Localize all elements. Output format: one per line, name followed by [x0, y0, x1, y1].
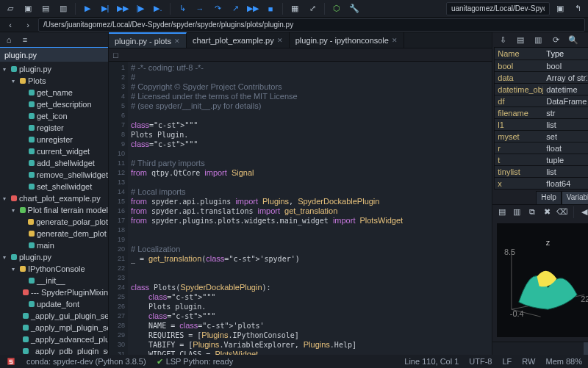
- status-encoding[interactable]: UTF-8: [469, 357, 492, 366]
- tree-row[interactable]: remove_shellwidget: [0, 169, 108, 181]
- tree-row[interactable]: __init__: [0, 275, 108, 286]
- ve-row[interactable]: mysetset3{'3', '1', '2'}: [495, 130, 588, 142]
- tree-row[interactable]: add_shellwidget: [0, 157, 108, 169]
- outline-options-icon[interactable]: ≡: [18, 33, 32, 46]
- tree-row[interactable]: ▾chart_plot_example.py: [0, 192, 108, 204]
- ve-header-type[interactable]: Type: [543, 48, 587, 59]
- layout-icon[interactable]: ▦: [287, 2, 302, 15]
- outline-tree[interactable]: ▾plugin.py▾Plotsget_nameget_descriptiong…: [0, 62, 108, 355]
- ve-row[interactable]: datetime_objectdatetime12021-04-14 17:35…: [495, 83, 588, 95]
- run-cell-advance-icon[interactable]: ▶▶: [115, 2, 130, 15]
- close-icon[interactable]: ✕: [174, 37, 180, 45]
- tree-row[interactable]: ▾Plot final terrain model: [0, 204, 108, 216]
- tree-row[interactable]: current_widget: [0, 145, 108, 157]
- editor-tab[interactable]: plugin.py - plots✕: [109, 32, 187, 48]
- maximize-pane-icon[interactable]: ⤢: [305, 2, 320, 15]
- tree-row[interactable]: generate_polar_plot: [0, 216, 108, 228]
- ve-row[interactable]: l1list5['abcd', 745, 2.23, 'efgh', 70.2]: [495, 118, 588, 130]
- ve-header-name[interactable]: Name: [495, 48, 543, 59]
- plot-copy-icon[interactable]: ⧉: [526, 206, 539, 219]
- close-icon[interactable]: ✕: [392, 37, 398, 44]
- ve-bottom-tab[interactable]: Help: [536, 191, 562, 204]
- plot-prev-icon[interactable]: ◀: [578, 206, 589, 219]
- pythonpath-icon[interactable]: ⬡: [329, 2, 344, 15]
- ve-row[interactable]: dfDataFrame(2, 2)Column names: Col1, Col…: [495, 95, 588, 107]
- plot-save-icon[interactable]: ▤: [495, 206, 508, 219]
- plot-saveall-icon[interactable]: ▥: [511, 206, 523, 219]
- variable-explorer-table[interactable]: Name Type Size Value boolbool1TruedataAr…: [494, 47, 588, 190]
- debug-step-over-icon[interactable]: ↷: [210, 2, 225, 15]
- ve-search-icon[interactable]: 🔍: [566, 33, 581, 46]
- tree-row[interactable]: --- SpyderPluginMixin API: [0, 286, 108, 298]
- tree-row[interactable]: update_font: [0, 298, 108, 310]
- editor-tab[interactable]: chart_plot_example.py✕: [187, 32, 290, 48]
- ve-row[interactable]: tinylistlist2[123, 'efgh']: [495, 165, 588, 177]
- ve-row[interactable]: ttuple5('abcd', 745, 2.23, 'efgh', 70.2): [495, 154, 588, 165]
- tree-row[interactable]: ▾plugin.py: [0, 251, 108, 263]
- preferences-icon[interactable]: 🔧: [347, 2, 362, 15]
- ve-row[interactable]: boolbool1True: [495, 59, 588, 71]
- tree-row[interactable]: register: [0, 122, 108, 134]
- tree-row[interactable]: main: [0, 239, 108, 251]
- tree-row[interactable]: ▾plugin.py: [0, 63, 108, 75]
- tree-row[interactable]: get_name: [0, 87, 108, 98]
- status-lsp[interactable]: ✔LSP Python: ready: [157, 357, 234, 367]
- open-folder-icon[interactable]: ▣: [21, 2, 35, 15]
- tree-row[interactable]: generate_dem_plot: [0, 228, 108, 239]
- ve-row[interactable]: dataArray of str128(1, 3)ndarray object …: [495, 71, 588, 83]
- status-perm[interactable]: RW: [522, 357, 535, 366]
- ve-bottom-tab[interactable]: Variable Explorer: [562, 191, 588, 204]
- code-content[interactable]: # -*- coding: utf-8 -*- # # Copyright © …: [128, 62, 492, 355]
- save-all-icon[interactable]: ▥: [56, 2, 71, 15]
- debug-icon[interactable]: ▶.: [151, 2, 165, 15]
- plots-area[interactable]: z -0.4 220 8.5: [492, 219, 588, 342]
- plot-3d-surface[interactable]: z -0.4 220 8.5: [497, 223, 588, 337]
- plot-removeall-icon[interactable]: ⌫: [556, 206, 569, 219]
- debug-continue-icon[interactable]: ▶▶: [245, 2, 260, 15]
- browse-folder-icon[interactable]: ▣: [553, 2, 567, 15]
- ve-row[interactable]: filenamestr53/Users/Documents/spyder/spy…: [495, 107, 588, 118]
- plot-remove-icon[interactable]: ✖: [541, 206, 553, 219]
- tree-row[interactable]: _apply_mpl_plugin_settings: [0, 322, 108, 333]
- ve-saveas-icon[interactable]: ▥: [531, 33, 545, 46]
- ve-save-icon[interactable]: ▤: [513, 33, 528, 46]
- parent-dir-icon[interactable]: ↰: [570, 2, 585, 15]
- debug-stop-icon[interactable]: ■: [263, 2, 278, 15]
- tree-row[interactable]: ▾Plots: [0, 75, 108, 87]
- status-mem[interactable]: Mem 88%: [545, 357, 582, 366]
- nav-forward-icon[interactable]: ›: [21, 18, 35, 32]
- run-cell-icon[interactable]: ▶|: [98, 2, 112, 15]
- editor-path-input[interactable]: [38, 18, 585, 32]
- cwd-input[interactable]: [446, 2, 550, 15]
- ve-refresh-icon[interactable]: ⟳: [548, 33, 563, 46]
- plots-bottom-tab[interactable]: Plots: [584, 342, 588, 355]
- save-icon[interactable]: ▤: [38, 2, 53, 15]
- ve-filter-icon[interactable]: ▽: [584, 33, 588, 46]
- ve-row[interactable]: rfloat16.465678866433: [495, 142, 588, 154]
- status-cursor-pos[interactable]: Line 110, Col 1: [404, 357, 459, 366]
- tree-row[interactable]: ▾IPythonConsole: [0, 263, 108, 275]
- outline-file-tab[interactable]: plugin.py: [0, 47, 108, 62]
- ve-row[interactable]: xfloat6411.1235132009439: [495, 177, 588, 189]
- tree-row[interactable]: get_description: [0, 98, 108, 110]
- status-eol[interactable]: LF: [502, 357, 512, 366]
- ve-import-icon[interactable]: ⇩: [495, 33, 510, 46]
- tree-row[interactable]: set_shellwidget: [0, 181, 108, 192]
- tree-row[interactable]: _apply_advanced_plugin_se: [0, 333, 108, 345]
- new-file-icon[interactable]: ▱: [3, 2, 18, 15]
- nav-back-icon[interactable]: ‹: [3, 18, 18, 32]
- editor-tab[interactable]: plugin.py - ipythonconsole✕: [290, 32, 404, 48]
- tree-row[interactable]: _apply_gui_plugin_settings: [0, 310, 108, 322]
- status-conda[interactable]: conda: spyder-dev (Python 3.8.5): [26, 357, 146, 366]
- close-icon[interactable]: ✕: [277, 37, 283, 44]
- outline-home-icon[interactable]: ⌂: [1, 33, 16, 46]
- tree-row[interactable]: _apply_pdb_plugin_settings: [0, 345, 108, 355]
- editor-area[interactable]: 1234567891011121314151617181920212223242…: [109, 62, 492, 355]
- debug-step-icon[interactable]: →: [193, 2, 207, 15]
- debug-step-out-icon[interactable]: ↗: [228, 2, 243, 15]
- tree-row[interactable]: unregister: [0, 134, 108, 145]
- run-icon[interactable]: ▶: [80, 2, 95, 15]
- debug-step-in-icon[interactable]: ↳: [175, 2, 190, 15]
- editor-breadcrumb[interactable]: □: [109, 48, 492, 62]
- tree-row[interactable]: get_icon: [0, 110, 108, 122]
